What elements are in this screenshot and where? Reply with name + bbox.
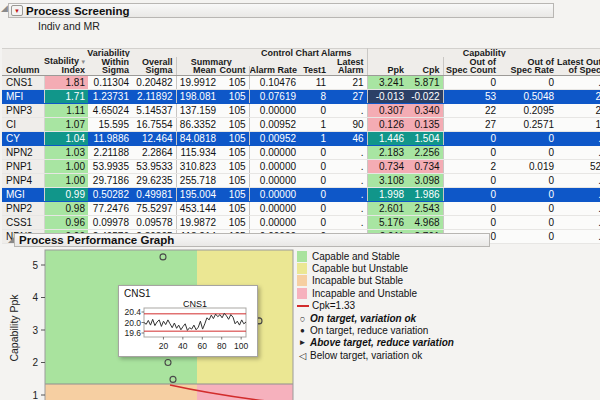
table-cell: 0.11304 bbox=[88, 75, 132, 89]
table-cell: 0.99 bbox=[44, 187, 88, 201]
process-screening-table: Variability Control Chart Alarms Capabil… bbox=[2, 48, 600, 244]
table-cell: 1.986 bbox=[407, 187, 443, 201]
table-cell: . bbox=[557, 215, 600, 229]
inset-y-tick-label: 20.0 bbox=[124, 318, 141, 328]
table-cell: 0 bbox=[499, 201, 557, 215]
table-cell: 86.3352 bbox=[176, 117, 219, 131]
col-header-overall[interactable]: Overall bbox=[132, 57, 176, 66]
table-row[interactable]: CNS11.810.113040.2048219.99121050.104761… bbox=[2, 75, 600, 89]
col-header-column[interactable]: Column bbox=[2, 66, 44, 75]
table-row[interactable]: MGI0.990.502820.49981195.0041050.000000.… bbox=[2, 187, 600, 201]
col-header-stability[interactable]: Stability ▾ bbox=[44, 57, 88, 66]
col-header-cpk[interactable]: Cpk bbox=[407, 66, 443, 75]
table-cell: 0.00000 bbox=[249, 201, 299, 215]
col-header-ppk[interactable]: Ppk bbox=[367, 66, 407, 75]
col-header-within[interactable]: Within bbox=[88, 57, 132, 66]
legend-line-icon bbox=[297, 305, 309, 307]
table-cell: 0.307 bbox=[367, 103, 407, 117]
table-cell: 0.00000 bbox=[249, 159, 299, 173]
group-header-summary: Summary bbox=[176, 57, 249, 66]
col-header-oos-count-1[interactable]: Out of bbox=[443, 57, 499, 66]
legend-label: On target, reduce variation bbox=[310, 325, 428, 336]
col-header-latest-oos-1[interactable]: Latest Out bbox=[557, 57, 600, 66]
table-row[interactable]: MFI1.711.237312.11892198.0811050.0761982… bbox=[2, 89, 600, 103]
col-header-latest-alarm-1[interactable]: Latest bbox=[329, 57, 367, 66]
inset-control-chart: CNS120.420.019.620406080100 bbox=[120, 300, 257, 356]
col-header-mean[interactable]: Mean bbox=[176, 66, 219, 75]
legend-label: Incapable and Unstable bbox=[312, 288, 417, 299]
table-row[interactable]: CSS10.960.099780.0957819.98721050.000000… bbox=[2, 215, 600, 229]
table-cell: 0.734 bbox=[367, 159, 407, 173]
table-cell: 2.543 bbox=[407, 201, 443, 215]
table-cell: 2.183 bbox=[367, 145, 407, 159]
col-header-oos-rate-1[interactable]: Out of bbox=[499, 57, 557, 66]
table-cell: 52 bbox=[557, 159, 600, 173]
table-cell: 0 bbox=[299, 145, 329, 159]
table-row[interactable]: PNP11.0053.993553.9533310.8231050.000000… bbox=[2, 159, 600, 173]
y-tick-label: 5 bbox=[32, 260, 38, 271]
table-cell: PNP3 bbox=[2, 103, 44, 117]
table-cell: 105 bbox=[219, 201, 249, 215]
table-cell: 0 bbox=[443, 173, 499, 187]
table-cell: 0.734 bbox=[407, 159, 443, 173]
table-cell: 0 bbox=[499, 173, 557, 187]
col-header-latest-oos-2[interactable]: of Spec bbox=[557, 66, 600, 75]
table-cell: 27 bbox=[329, 89, 367, 103]
group-header-variability: Variability bbox=[44, 49, 176, 58]
table-cell: 15.595 bbox=[88, 117, 132, 131]
col-header-oos-count-2[interactable]: Spec Count bbox=[443, 66, 499, 75]
table-cell: CY bbox=[2, 131, 44, 145]
disclosure-triangle-icon[interactable]: ◢ bbox=[1, 4, 8, 13]
table-cell: 1.11 bbox=[44, 103, 88, 117]
inset-chart-title: CNS1 bbox=[183, 300, 207, 309]
y-axis-label: Capability Ppk bbox=[8, 278, 20, 378]
table-row[interactable]: CY1.0411.988612.46484.08181050.009521461… bbox=[2, 131, 600, 145]
process-screening-header: ▼ Process Screening bbox=[8, 3, 554, 18]
col-header-stability-index[interactable]: Index bbox=[44, 66, 88, 75]
col-header-alarm-rate[interactable]: Alarm Rate bbox=[249, 66, 299, 75]
legend-marker-icon: ○ bbox=[297, 313, 308, 324]
col-header-count[interactable]: Count bbox=[219, 66, 249, 75]
table-cell: 46 bbox=[329, 131, 367, 145]
table-cell: 0 bbox=[499, 215, 557, 229]
inset-x-tick-label: 20 bbox=[159, 341, 169, 351]
inset-x-tick-label: 40 bbox=[178, 341, 188, 351]
legend-item: ●On target, reduce variation bbox=[297, 324, 454, 336]
table-cell: 1.04 bbox=[44, 131, 88, 145]
table-cell: . bbox=[329, 103, 367, 117]
table-row[interactable]: CI1.0715.59516.755486.33521050.009521900… bbox=[2, 117, 600, 131]
table-cell: 75.5297 bbox=[132, 201, 176, 215]
legend-item: ◁Below target, variation ok bbox=[297, 349, 454, 361]
table-cell: 0.07619 bbox=[249, 89, 299, 103]
table-cell: 0 bbox=[443, 145, 499, 159]
table-cell: 0.2095 bbox=[499, 103, 557, 117]
table-cell: . bbox=[557, 75, 600, 89]
col-header-overall-sigma[interactable]: Sigma bbox=[132, 66, 176, 75]
table-cell: 5.176 bbox=[367, 215, 407, 229]
table-cell: 0.09578 bbox=[132, 215, 176, 229]
table-cell: 2.256 bbox=[407, 145, 443, 159]
legend-label: Below target, variation ok bbox=[310, 350, 422, 361]
table-cell: 3.241 bbox=[367, 75, 407, 89]
table-cell: 5.871 bbox=[407, 75, 443, 89]
table-cell: 2.601 bbox=[367, 201, 407, 215]
table-cell: 0 bbox=[443, 187, 499, 201]
red-triangle-menu-button[interactable]: ▼ bbox=[11, 5, 23, 16]
table-cell: 0 bbox=[443, 131, 499, 145]
table-row[interactable]: NPN21.032.211882.2864115.9341050.000000.… bbox=[2, 145, 600, 159]
table-cell: 105 bbox=[219, 215, 249, 229]
col-header-oos-rate-2[interactable]: Spec Rate bbox=[499, 66, 557, 75]
table-cell: MFI bbox=[2, 89, 44, 103]
table-row[interactable]: PNP20.9877.247675.5297453.1441050.000000… bbox=[2, 201, 600, 215]
table-row[interactable]: PNP31.114.650245.14537137.1591050.000000… bbox=[2, 103, 600, 117]
table-row[interactable]: PNP41.0029.718629.6235255.7181050.000000… bbox=[2, 173, 600, 187]
col-header-latest-alarm-2[interactable]: Alarm bbox=[329, 66, 367, 75]
table-cell: PNP2 bbox=[2, 201, 44, 215]
table-cell: 84.0818 bbox=[176, 131, 219, 145]
table-cell: 105 bbox=[219, 131, 249, 145]
col-header-within-sigma[interactable]: Sigma bbox=[88, 66, 132, 75]
table-cell: 22 bbox=[443, 103, 499, 117]
table-cell: . bbox=[329, 187, 367, 201]
table-cell: . bbox=[329, 159, 367, 173]
col-header-test1[interactable]: Test1 bbox=[299, 66, 329, 75]
